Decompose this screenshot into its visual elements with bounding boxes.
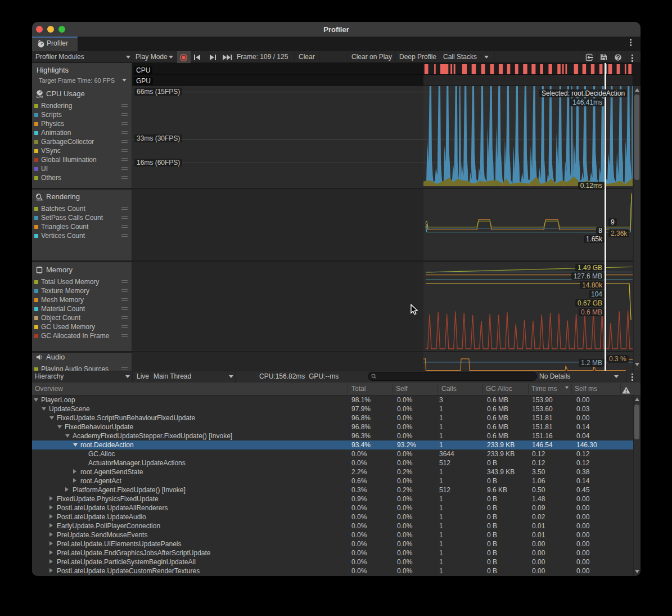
svg-text:CPU: CPU — [37, 95, 43, 98]
